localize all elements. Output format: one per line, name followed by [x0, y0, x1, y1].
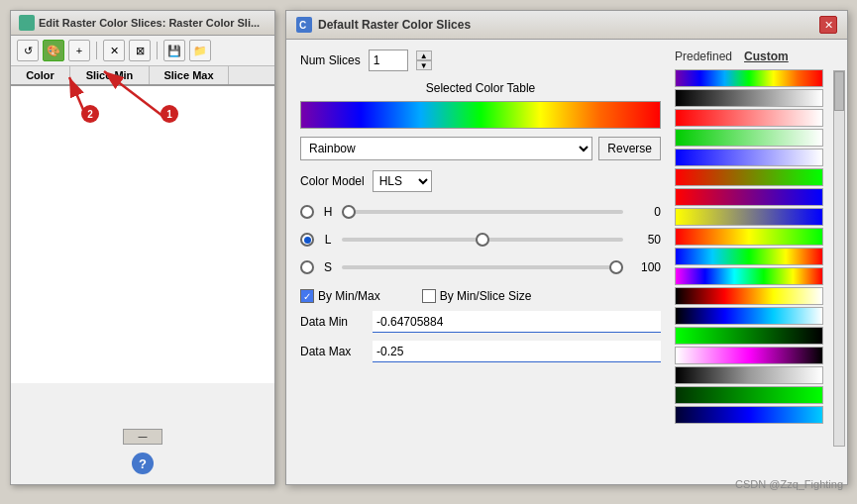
l-slider-container [342, 230, 623, 250]
data-min-input[interactable] [373, 311, 661, 333]
table-header: Color Slice Min Slice Max [11, 66, 274, 86]
colormap-row: Rainbow Reverse [300, 137, 661, 160]
swatch-green-white[interactable] [675, 129, 823, 147]
by-min-slice-box [422, 289, 436, 303]
swatch-ice[interactable] [675, 307, 823, 325]
swatches-container [675, 69, 828, 424]
tab-custom[interactable]: Custom [744, 50, 789, 63]
num-slices-input[interactable] [369, 50, 408, 71]
delete-button[interactable]: ✕ [103, 40, 125, 61]
refresh-button[interactable]: ↺ [17, 40, 39, 61]
color-model-select[interactable]: HLS RGB HSV [373, 170, 432, 192]
swatch-grayscale[interactable] [675, 89, 823, 107]
col-slice-min: Slice Min [70, 66, 150, 84]
spinner: ▲ ▼ [416, 50, 432, 70]
reverse-button[interactable]: Reverse [598, 137, 661, 160]
swatch-yellow-blue[interactable] [675, 208, 823, 226]
table-body [11, 86, 274, 383]
swatch-green-black[interactable] [675, 327, 823, 345]
svg-text:C: C [299, 20, 306, 31]
by-min-max-checkbox[interactable]: By Min/Max [300, 289, 380, 303]
h-slider[interactable] [342, 210, 623, 214]
collapse-button[interactable]: — [123, 429, 162, 445]
scrollbar-thumb[interactable] [834, 71, 844, 111]
color-button[interactable]: 🎨 [43, 40, 64, 61]
swatch-red-white[interactable] [675, 109, 823, 127]
s-slider[interactable] [342, 265, 623, 269]
by-min-slice-checkbox[interactable]: By Min/Slice Size [422, 289, 532, 303]
add-button[interactable]: + [68, 40, 90, 61]
tab-predefined[interactable]: Predefined [675, 50, 732, 63]
left-panel-title: Edit Raster Color Slices: Raster Color S… [39, 17, 260, 29]
color-model-row: Color Model HLS RGB HSV [300, 170, 661, 192]
l-label: L [322, 233, 334, 247]
col-slice-max: Slice Max [150, 66, 229, 84]
h-slider-container [342, 202, 623, 222]
open-button[interactable]: 📁 [189, 40, 211, 61]
dialog-content: Num Slices ▲ ▼ Selected Color Table Rain… [286, 40, 847, 434]
dialog-left: Num Slices ▲ ▼ Selected Color Table Rain… [300, 50, 661, 424]
s-slider-container [342, 257, 623, 277]
swatch-gray2[interactable] [675, 366, 823, 384]
s-label: S [322, 260, 334, 274]
by-min-max-label: By Min/Max [318, 289, 380, 303]
dialog-right: Predefined Custom [675, 50, 833, 424]
help-button[interactable]: ? [132, 453, 154, 474]
swatch-magenta[interactable] [675, 347, 823, 364]
by-min-max-box [300, 289, 314, 303]
dialog-title: Default Raster Color Slices [318, 18, 471, 32]
by-min-slice-label: By Min/Slice Size [440, 289, 532, 303]
left-panel-bottom: — ? [11, 429, 274, 474]
swatch-blue-white[interactable] [675, 149, 823, 166]
num-slices-label: Num Slices [300, 53, 361, 67]
right-scrollbar[interactable] [833, 70, 845, 447]
color-model-label: Color Model [300, 174, 365, 188]
data-max-label: Data Max [300, 345, 365, 358]
swatch-red-green[interactable] [675, 168, 823, 186]
l-slider-row: L 50 [300, 230, 661, 250]
left-toolbar: ↺ 🎨 + ✕ ⊠ 💾 📁 [11, 36, 274, 66]
toolbar-sep-1 [96, 42, 97, 59]
left-panel: Edit Raster Color Slices: Raster Color S… [10, 10, 275, 485]
swatch-spectrum2[interactable] [675, 267, 823, 285]
num-slices-row: Num Slices ▲ ▼ [300, 50, 661, 71]
l-slider[interactable] [342, 238, 623, 242]
left-panel-titlebar: Edit Raster Color Slices: Raster Color S… [11, 11, 274, 36]
l-radio[interactable] [300, 233, 314, 247]
swatch-red-blue[interactable] [675, 188, 823, 206]
h-value: 0 [631, 205, 661, 219]
h-label: H [322, 205, 334, 219]
right-panel-tabs: Predefined Custom [675, 50, 833, 63]
swatch-heat[interactable] [675, 228, 823, 246]
colormap-select[interactable]: Rainbow [300, 137, 592, 160]
s-slider-row: S 100 [300, 257, 661, 277]
swatch-deep-green[interactable] [675, 386, 823, 404]
col-color: Color [11, 66, 70, 84]
swatch-rainbow[interactable] [675, 69, 823, 87]
dialog-icon: C [296, 17, 312, 33]
toolbar-sep-2 [157, 42, 158, 59]
data-min-label: Data Min [300, 315, 365, 329]
h-radio[interactable] [300, 205, 314, 219]
dialog-titlebar: C Default Raster Color Slices ✕ [286, 11, 847, 40]
data-min-row: Data Min [300, 311, 661, 333]
swatch-spectrum1[interactable] [675, 248, 823, 265]
data-max-row: Data Max [300, 341, 661, 362]
main-dialog: C Default Raster Color Slices ✕ Num Slic… [285, 10, 848, 485]
color-gradient-bar [300, 101, 661, 129]
watermark: CSDN @Zzq_Fighting [735, 478, 843, 490]
swatch-ocean[interactable] [675, 406, 823, 424]
save-button[interactable]: 💾 [163, 40, 185, 61]
l-value: 50 [631, 233, 661, 247]
clear-button[interactable]: ⊠ [129, 40, 151, 61]
spin-down-button[interactable]: ▼ [416, 60, 432, 70]
checkbox-row: By Min/Max By Min/Slice Size [300, 289, 661, 303]
s-radio[interactable] [300, 260, 314, 274]
h-slider-row: H 0 [300, 202, 661, 222]
color-table-section-title: Selected Color Table [300, 81, 661, 95]
data-max-input[interactable] [373, 341, 661, 362]
close-button[interactable]: ✕ [819, 16, 837, 34]
s-value: 100 [631, 260, 661, 274]
swatch-fire[interactable] [675, 287, 823, 305]
spin-up-button[interactable]: ▲ [416, 50, 432, 60]
